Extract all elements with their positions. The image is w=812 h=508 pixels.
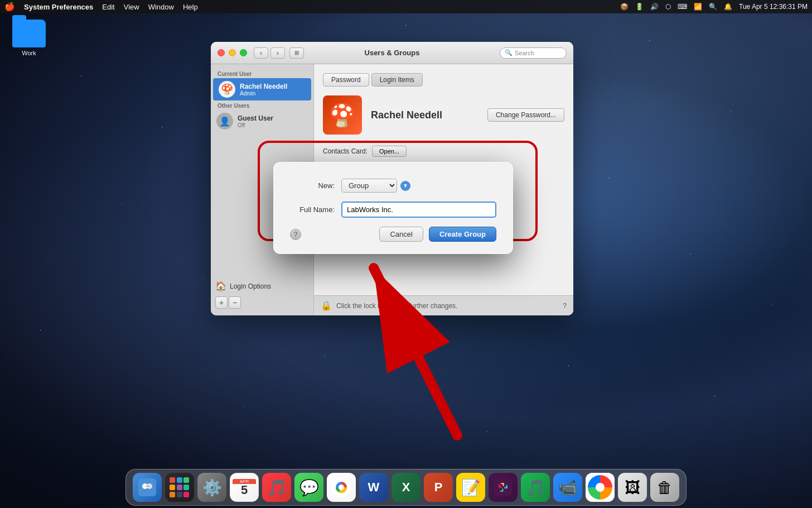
dock-item-messages[interactable]: 💬 [294,473,323,502]
wifi-icon: 📶 [694,3,702,11]
svg-point-2 [142,483,148,489]
change-password-button[interactable]: Change Password... [487,108,564,122]
dock-item-sysprefs[interactable]: ⚙️ [197,473,226,502]
minimize-button[interactable] [229,49,236,56]
sidebar-controls: + − [211,294,313,311]
open-contacts-button[interactable]: Open... [372,146,407,157]
nav-forward[interactable]: › [270,47,285,59]
create-group-dialog: New: Group ▼ Full Name: ? Cancel Create … [273,162,513,254]
tab-password[interactable]: Password [323,73,369,87]
preview-icon: 🖼 [618,473,647,502]
lock-bar: 🔒 Click the lock to prevent further chan… [314,295,573,315]
tab-login-items[interactable]: Login Items [371,73,423,87]
guest-avatar: 👤 [216,113,233,130]
svg-point-20 [596,483,605,492]
dock-item-excel[interactable]: X [392,473,420,502]
create-group-button[interactable]: Create Group [429,227,496,242]
guest-info: Guest User Off [238,114,308,128]
dock-item-ppt[interactable]: P [424,473,453,502]
remove-user-button[interactable]: − [229,296,241,309]
svg-rect-1 [138,478,156,496]
calendar-icon: APR 5 [230,473,259,502]
new-type-select[interactable]: Group [341,179,397,193]
sidebar-item-rachel[interactable]: 🍄 Rachel Needell Admin [213,78,311,100]
keyboard-icon: ⌨ [678,3,687,11]
current-user-label: Current User [211,69,313,78]
login-options-icon: 🏠 [215,281,226,291]
dock-item-photos[interactable] [586,473,615,502]
cancel-button[interactable]: Cancel [379,227,423,242]
svg-rect-12 [499,484,500,487]
dock-item-launchpad[interactable] [165,473,194,502]
notification-icon[interactable]: 🔔 [724,3,732,11]
arrow-annotation [323,234,502,441]
sidebar-item-guest[interactable]: 👤 Guest User Off [211,110,313,132]
dropbox-icon: 📦 [620,3,629,11]
nav-back[interactable]: ‹ [254,47,268,59]
notes-icon: 📝 [456,473,485,502]
full-name-row: Full Name: [290,202,496,218]
svg-rect-13 [504,487,508,489]
login-options-label: Login Options [230,282,271,290]
dock-item-spotify[interactable]: 🎵 [521,473,550,502]
menubar-right: 📦 🔋 🔊 ⬡ ⌨ 📶 🔍 🔔 Tue Apr 5 12:36:31 PM [620,3,808,11]
svg-rect-17 [503,483,505,486]
dock-item-word[interactable]: W [359,473,388,502]
add-user-button[interactable]: + [215,296,228,309]
zoom-icon: 📹 [553,473,582,502]
dock-item-calendar[interactable]: APR 5 [230,473,259,502]
grid-button[interactable]: ⊞ [289,47,304,59]
dialog-buttons: ? Cancel Create Group [290,227,496,242]
menu-edit[interactable]: Edit [102,3,114,11]
select-arrow-icon: ▼ [400,181,410,191]
finder-icon [133,473,162,502]
window-title: Users & Groups [365,49,420,57]
user-detail: 🍄 Rachel Needell Change Password... [323,95,564,135]
dock-item-zoom[interactable]: 📹 [553,473,582,502]
work-folder[interactable]: Work [7,20,51,56]
window-help-button[interactable]: ? [563,302,567,310]
svg-rect-19 [586,473,615,502]
apple-menu[interactable]: 🍎 [4,2,15,12]
lock-icon[interactable]: 🔒 [321,300,332,311]
battery-icon: 🔋 [635,3,644,11]
desktop: 🍎 System Preferences Edit View Window He… [0,0,812,508]
login-options-item[interactable]: 🏠 Login Options [211,278,313,294]
tab-bar: Password Login Items [323,73,564,87]
sysprefs-icon: ⚙️ [197,473,226,502]
search-box[interactable]: 🔍 Search [500,47,567,59]
menu-window[interactable]: Window [148,3,174,11]
dock-item-trash[interactable]: 🗑 [650,473,679,502]
folder-label: Work [22,50,36,56]
guest-name: Guest User [238,114,308,122]
search-icon: 🔍 [505,49,513,56]
volume-icon: 🔊 [650,3,659,11]
contacts-row: Contacts Card: Open... [323,146,564,157]
search-placeholder: Search [515,50,534,56]
dock-item-finder[interactable] [133,473,162,502]
dock-item-music[interactable]: 🎵 [262,473,291,502]
contacts-label: Contacts Card: [323,147,368,155]
user-avatar-large: 🍄 [323,95,362,135]
dialog-help-button[interactable]: ? [290,229,301,240]
svg-rect-18 [501,483,504,485]
close-button[interactable] [218,49,225,56]
photos-icon [586,473,615,502]
help-button[interactable]: ? [555,298,567,309]
menu-help[interactable]: Help [183,3,198,11]
new-label: New: [290,181,335,190]
dock-item-preview[interactable]: 🖼 [618,473,647,502]
full-name-input[interactable] [341,202,496,218]
dock-item-slack[interactable] [489,473,518,502]
svg-rect-5 [148,485,151,487]
maximize-button[interactable] [240,49,247,56]
spotlight-icon[interactable]: 🔍 [709,3,717,11]
dock-item-chrome[interactable] [327,473,356,502]
menu-view[interactable]: View [124,3,139,11]
word-icon: W [359,473,388,502]
app-name[interactable]: System Preferences [24,3,93,11]
svg-rect-4 [143,485,147,487]
spotify-icon: 🎵 [521,473,550,502]
svg-rect-16 [500,491,504,492]
dock-item-notes[interactable]: 📝 [456,473,485,502]
